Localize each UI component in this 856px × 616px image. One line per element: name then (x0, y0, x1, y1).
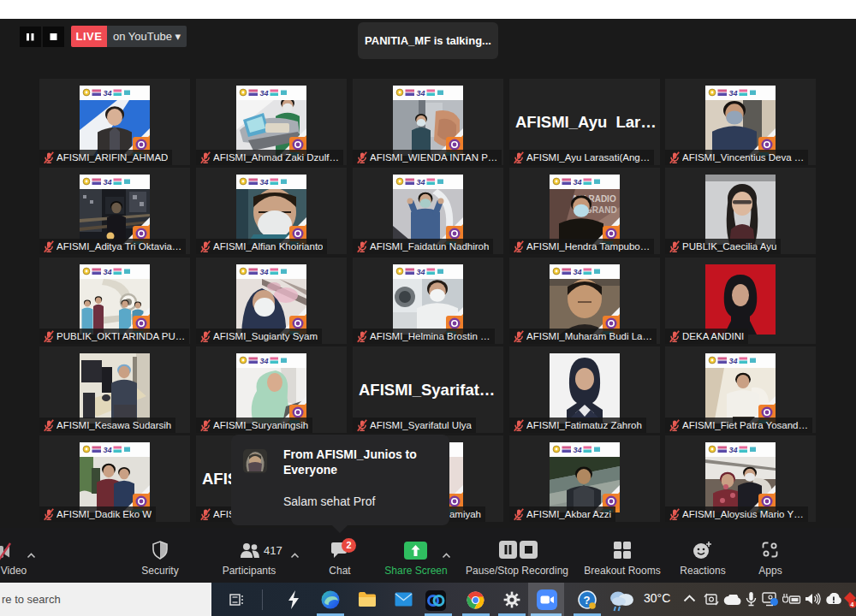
svg-text:34: 34 (260, 268, 269, 276)
svg-text:34: 34 (260, 178, 269, 187)
svg-text:34: 34 (104, 89, 112, 98)
svg-text:34: 34 (104, 268, 112, 276)
svg-text:34: 34 (729, 357, 738, 365)
svg-text:34: 34 (260, 89, 269, 98)
svg-text:34: 34 (417, 89, 425, 98)
svg-text:34: 34 (417, 268, 425, 276)
svg-text:34: 34 (574, 178, 582, 187)
svg-text:34: 34 (574, 446, 582, 454)
svg-text:34: 34 (260, 357, 269, 365)
svg-text:?: ? (584, 594, 591, 607)
svg-text:34: 34 (729, 446, 738, 454)
svg-text:4: 4 (851, 601, 854, 607)
svg-text:34: 34 (104, 446, 112, 454)
svg-text:34: 34 (104, 178, 112, 187)
svg-text:34: 34 (417, 178, 425, 187)
svg-text:34: 34 (574, 268, 582, 276)
svg-text:34: 34 (729, 89, 738, 98)
